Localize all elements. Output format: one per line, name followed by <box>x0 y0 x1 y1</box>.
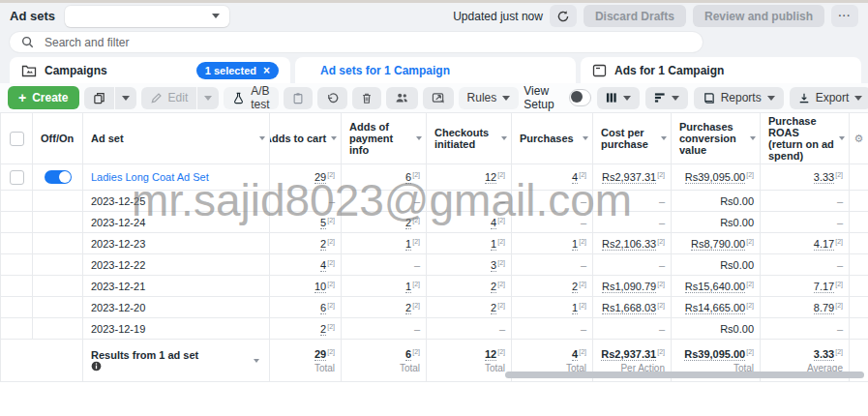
sort-icon[interactable] <box>661 136 667 140</box>
rules-button[interactable]: Rules <box>459 87 520 109</box>
toolbar: + Create Edit A/B test <box>0 83 868 112</box>
col-adds-payment-info[interactable]: Adds of payment info <box>342 113 427 164</box>
metric-cell: 3.33[2] <box>761 164 850 191</box>
selected-count-badge[interactable]: 1 selected × <box>196 62 279 79</box>
search-bar[interactable] <box>10 32 703 52</box>
adset-name-link[interactable]: Ladies Long Coat Ad Set <box>91 171 209 183</box>
metric-cell: – <box>761 254 850 276</box>
row-checkbox-cell <box>1 297 33 318</box>
edit-button[interactable]: Edit <box>141 87 197 109</box>
select-all-checkbox[interactable] <box>10 132 24 146</box>
summary-dropdown-icon[interactable] <box>254 359 259 363</box>
people-icon <box>395 92 409 104</box>
metric-cell: Rs39,095.00[2] <box>672 164 761 191</box>
row-toggle-cell <box>33 233 83 254</box>
sort-icon[interactable] <box>331 136 337 140</box>
spacer-cell <box>850 276 868 297</box>
tab-adsets[interactable]: Ad sets for 1 Campaign <box>295 57 576 84</box>
adset-on-toggle[interactable] <box>45 170 72 184</box>
close-icon[interactable]: × <box>263 65 270 76</box>
metric-cell: 1[2] <box>427 233 512 254</box>
col-cost-per-purchase[interactable]: Cost per purchase <box>593 113 672 164</box>
col-adds-to-cart[interactable]: Adds to cart <box>270 113 342 164</box>
metric-cell: 2[2] <box>342 297 427 318</box>
pin-board-button[interactable] <box>423 87 454 109</box>
metric-cell: – <box>593 254 672 276</box>
row-toggle-cell <box>33 318 83 340</box>
download-icon <box>798 92 810 104</box>
more-options-button[interactable]: ··· <box>831 5 858 27</box>
breakdown-button[interactable] <box>645 87 688 109</box>
row-name-cell: 2023-12-24 <box>83 212 270 233</box>
col-checkouts-initiated[interactable]: Checkouts initiated <box>427 113 512 164</box>
reports-button[interactable]: Reports <box>694 87 784 109</box>
column-settings-cell[interactable]: ⚙ <box>850 113 868 164</box>
search-input[interactable] <box>43 35 691 50</box>
sort-icon[interactable] <box>583 136 588 140</box>
ad-frame-icon <box>592 64 607 77</box>
row-checkbox-cell <box>1 212 33 233</box>
metric-cell: – <box>270 191 342 212</box>
chevron-down-icon <box>502 96 510 101</box>
col-purchase-roas[interactable]: Purchase ROAS (return on ad spend) <box>761 113 850 164</box>
row-toggle-cell <box>33 164 83 191</box>
metric-cell: – <box>593 212 672 233</box>
col-purchases[interactable]: Purchases <box>512 113 593 164</box>
metric-cell: 7.17[2] <box>761 276 850 297</box>
results-label-cell: Results from 1 ad set <box>83 340 270 382</box>
create-button[interactable]: + Create <box>8 86 79 109</box>
clipboard-button[interactable] <box>284 87 313 109</box>
export-button[interactable]: Export <box>790 87 868 109</box>
row-name-cell: 2023-12-23 <box>83 233 270 254</box>
metric-cell: 12[2]Total <box>427 340 512 382</box>
tab-ads[interactable]: Ads for 1 Campaign <box>581 57 861 84</box>
horizontal-scrollbar[interactable] <box>505 371 864 378</box>
sort-icon[interactable] <box>259 136 265 140</box>
sort-icon[interactable] <box>750 136 756 140</box>
metric-cell: 10[2] <box>270 276 342 297</box>
row-name-cell: 2023-12-21 <box>83 276 270 297</box>
tab-campaigns[interactable]: Campaigns 1 selected × <box>10 57 290 84</box>
metric-cell: – <box>342 191 427 212</box>
refresh-icon <box>556 10 570 23</box>
row-checkbox-cell <box>1 276 33 297</box>
refresh-button[interactable] <box>550 5 577 27</box>
date-label: 2023-12-19 <box>91 323 145 335</box>
date-breakdown-row: 2023-12-206[2]2[2]2[2]1[2]Rs1,668.03[2]R… <box>1 297 868 318</box>
sort-icon[interactable] <box>839 136 845 140</box>
view-setup-toggle[interactable] <box>569 89 590 106</box>
sort-icon[interactable] <box>501 136 507 140</box>
metric-cell: – <box>512 191 593 212</box>
undo-button[interactable] <box>317 87 347 109</box>
sort-icon[interactable] <box>416 136 422 140</box>
review-publish-button[interactable]: Review and publish <box>693 5 824 27</box>
metric-cell: Rs8,790.00[2] <box>672 233 761 254</box>
adset-row: Ladies Long Coat Ad Set29[2]6[2]12[2]4[2… <box>1 164 868 191</box>
metric-cell: Rs14,665.00[2] <box>672 297 761 318</box>
ab-test-button[interactable]: A/B test <box>224 87 278 109</box>
metric-cell: 1[2] <box>512 297 593 318</box>
date-label: 2023-12-22 <box>91 259 145 271</box>
discard-drafts-button[interactable]: Discard Drafts <box>584 5 686 27</box>
columns-button[interactable] <box>597 87 640 109</box>
edit-menu-button[interactable] <box>197 87 219 109</box>
content-panel: + Create Edit A/B test <box>0 83 868 416</box>
duplicate-menu-button[interactable] <box>115 87 136 109</box>
row-checkbox-cell <box>1 164 33 191</box>
delete-button[interactable] <box>352 87 381 109</box>
duplicate-button[interactable] <box>84 87 114 109</box>
adset-filter-select[interactable] <box>65 6 229 27</box>
metric-cell: – <box>512 212 593 233</box>
info-icon <box>91 361 102 371</box>
date-label: 2023-12-23 <box>91 238 145 250</box>
adsets-table: Off/On Ad set Adds to cart Adds of payme… <box>0 112 868 382</box>
chevron-down-icon <box>122 96 130 101</box>
gear-icon[interactable]: ⚙ <box>854 133 864 145</box>
metric-cell: Rs2,937.31[2] <box>593 164 672 191</box>
row-checkbox[interactable] <box>10 170 24 185</box>
metric-cell: – <box>342 254 427 276</box>
chevron-down-icon <box>854 96 862 101</box>
col-ad-set[interactable]: Ad set <box>83 113 270 164</box>
assign-people-button[interactable] <box>386 87 418 109</box>
col-purchases-conversion-value[interactable]: Purchases conversion value <box>672 113 761 164</box>
